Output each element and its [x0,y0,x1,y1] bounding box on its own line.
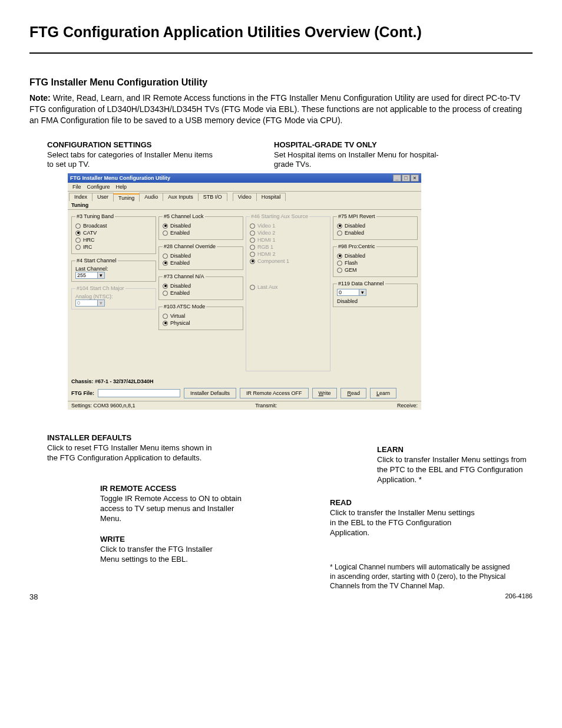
tab-video[interactable]: Video [233,193,257,201]
radio-enabled[interactable]: Enabled [163,230,239,236]
chevron-down-icon: ▾ [97,272,104,278]
group-atsc-mode: #103 ATSC Mode Virtual Physical [158,304,243,330]
tabs: Index User Tuning Audio Aux Inputs STB I… [68,192,421,201]
radio-component1: Component 1 [250,258,326,264]
group-tuning-band: #3 Tuning Band Broadcast CATV HRC IRC [71,213,156,254]
legend: #119 Data Channel [337,281,385,286]
chevron-down-icon: ▾ [359,289,366,295]
status-row: Settings: COM3 9600,n,8,1 Transmit: Rece… [68,401,421,410]
legend: #28 Channel Override [163,243,217,249]
legend: #104 Start Ch Major [75,285,125,291]
legend: #98 Pro:Centric [337,243,376,249]
chevron-down-icon: ▾ [97,300,104,306]
footnote: * Logical Channel numbers will automatic… [330,563,513,591]
tab-audio[interactable]: Audio [139,193,163,201]
group-starting-aux: #46 Starting Aux Source Video 1 Video 2 … [246,213,330,371]
callout-heading: HOSPITAL-GRADE TV ONLY [274,140,445,150]
maximize-icon[interactable]: □ [402,174,410,182]
tab-hospital[interactable]: Hospital [256,193,286,201]
status-receive: Receive: [397,403,418,409]
radio-gem[interactable]: GEM [337,267,414,273]
minimize-icon[interactable]: _ [393,174,401,182]
callout-heading: CONFIGURATION SETTINGS [47,140,218,150]
note-text: Write, Read, Learn, and IR Remote Access… [29,93,522,125]
tab-aux[interactable]: Aux Inputs [163,193,199,201]
label: Analog (NTSC): [75,294,152,299]
radio-catv[interactable]: CATV [75,230,152,236]
app-window: FTG Installer Menu Configuration Utility… [68,173,421,410]
radio-disabled[interactable]: Disabled [163,223,239,229]
status-settings: Settings: COM3 9600,n,8,1 [71,403,135,409]
page-title: FTG Configuration Application Utilities … [29,24,533,41]
tab-user[interactable]: User [92,193,114,201]
legend: #3 Tuning Band [75,213,115,219]
radio-physical[interactable]: Physical [163,320,239,326]
group-channel-lock: #5 Channel Lock Disabled Enabled [158,213,243,240]
radio-hdmi1: HDMI 1 [250,237,326,243]
legend: #5 Channel Lock [163,213,205,219]
radio-lastaux: Last Aux [250,284,326,290]
ir-remote-button[interactable]: IR Remote Access OFF [240,388,309,398]
callout-installer-defaults: INSTALLER DEFAULTS Click to reset FTG In… [47,433,212,463]
section-heading: FTG Installer Menu Configuration Utility [29,77,533,88]
callout-heading: LEARN [377,445,536,455]
panel-tuning: #3 Tuning Band Broadcast CATV HRC IRC #4… [68,210,421,375]
radio-disabled[interactable]: Disabled [163,283,239,289]
panel-label: Tuning [68,201,421,210]
installer-defaults-button[interactable]: Installer Defaults [184,388,236,398]
radio-enabled[interactable]: Enabled [337,230,414,236]
ftg-file-input[interactable] [98,389,180,397]
callout-write: WRITE Click to transfer the FTG Installe… [100,535,230,565]
chassis-row: Chassis: #67-1 - 32/37/42LD340H [68,375,421,386]
callout-hospital: HOSPITAL-GRADE TV ONLY Set Hospital item… [274,140,445,170]
callout-body: Click to transfer the FTG Installer Menu… [100,545,230,565]
window-title: FTG Installer Menu Configuration Utility [70,175,170,181]
close-icon[interactable]: × [411,174,419,182]
ftg-file-row: FTG File: Installer Defaults IR Remote A… [68,386,421,401]
radio-flash[interactable]: Flash [337,260,414,266]
radio-irc[interactable]: IRC [75,244,152,250]
tab-tuning[interactable]: Tuning [113,193,140,202]
group-channel-na: #73 Channel N/A Disabled Enabled [158,274,243,300]
learn-button[interactable]: Learn [370,388,396,398]
group-data-channel: #119 Data Channel 0▾ Disabled [333,281,418,307]
data-channel-dropdown[interactable]: 0▾ [337,289,366,296]
radio-hdmi2: HDMI 2 [250,251,326,257]
callout-heading: INSTALLER DEFAULTS [47,433,212,443]
radio-virtual[interactable]: Virtual [163,313,239,319]
callout-learn: LEARN Click to transfer Installer Menu s… [377,445,536,485]
menu-help[interactable]: Help [114,183,130,190]
footer: 38 206-4186 [29,592,533,601]
radio-disabled[interactable]: Disabled [337,253,414,259]
status-transmit: Transmit: [255,403,277,409]
radio-enabled[interactable]: Enabled [163,290,239,296]
start-ch-major-dropdown: 0▾ [75,299,105,307]
callout-body: Select tabs for categories of Installer … [47,150,218,170]
start-channel-dropdown[interactable]: 255▾ [75,272,105,279]
radio-broadcast[interactable]: Broadcast [75,223,152,229]
note-paragraph: Note: Write, Read, Learn, and IR Remote … [29,93,533,126]
radio-enabled[interactable]: Enabled [163,260,239,266]
group-start-channel: #4 Start Channel Last Channel: 255▾ [71,258,156,282]
callout-config-settings: CONFIGURATION SETTINGS Select tabs for c… [47,140,218,170]
tab-stb[interactable]: STB I/O [198,193,227,201]
read-button[interactable]: Read [340,388,366,398]
write-button[interactable]: Write [312,388,338,398]
radio-disabled[interactable]: Disabled [337,223,414,229]
callout-body: Click to transfer the Installer Menu set… [330,508,477,538]
radio-hrc[interactable]: HRC [75,237,152,243]
callout-body: Set Hospital items on Installer Menu for… [274,150,445,170]
legend: #46 Starting Aux Source [250,213,309,219]
menu-configure[interactable]: Configure [85,183,113,190]
ftg-file-label: FTG File: [71,390,94,396]
radio-video2: Video 2 [250,230,326,236]
group-mpi-revert: #75 MPI Revert Disabled Enabled [333,213,418,240]
legend: #75 MPI Revert [337,213,376,219]
radio-disabled[interactable]: Disabled [163,253,239,259]
radio-video1: Video 1 [250,223,326,229]
chassis-value: #67-1 - 32/37/42LD340H [95,378,154,384]
tab-index[interactable]: Index [69,193,92,201]
group-channel-override: #28 Channel Override Disabled Enabled [158,243,243,270]
menu-file[interactable]: File [70,183,84,190]
divider [29,52,533,54]
